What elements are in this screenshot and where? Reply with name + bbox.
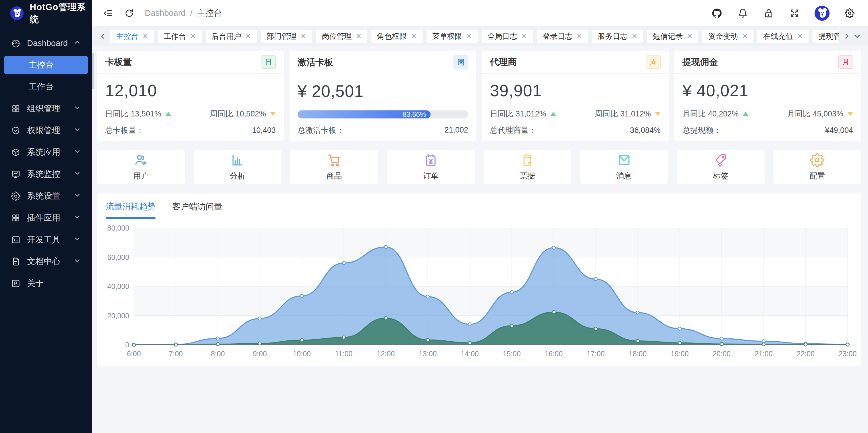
sidebar-item-console[interactable]: 主控台 (4, 56, 88, 74)
tab-console[interactable]: 主控台✕ (110, 30, 154, 43)
close-icon[interactable]: ✕ (190, 32, 196, 40)
sidebar-item-dev-tools[interactable]: 开发工具 (4, 231, 88, 249)
sidebar-item-organization[interactable]: 组织管理 (4, 99, 88, 118)
app-logo[interactable]: HotGo管理系统 (0, 0, 92, 26)
close-icon[interactable]: ✕ (143, 32, 148, 40)
sidebar-item-system-monitor[interactable]: 系统监控 (4, 165, 88, 183)
stat-value: 12,010 (105, 81, 276, 100)
tab-client-visits[interactable]: 客户端访问量 (172, 201, 222, 219)
sidebar-item-workbench[interactable]: 工作台 (4, 78, 88, 96)
close-icon[interactable]: ✕ (466, 32, 472, 40)
tab-withdrawals[interactable]: 提现管理✕ (812, 30, 839, 43)
tab-roles[interactable]: 角色权限✕ (371, 30, 423, 43)
sidebar-item-system-settings[interactable]: 系统设置 (4, 187, 88, 205)
app-config[interactable]: 配置 (774, 150, 861, 184)
sidebar-item-docs[interactable]: 文档中心 (4, 253, 88, 271)
settings-gear-icon[interactable] (844, 7, 855, 19)
breadcrumb-root[interactable]: Dashboard (145, 8, 186, 18)
svg-text:7:00: 7:00 (169, 350, 183, 358)
trend-right: 周同比31,012% (595, 109, 661, 119)
tab-online-recharge[interactable]: 在线充值✕ (757, 30, 809, 43)
app-analytics[interactable]: 分析 (194, 150, 281, 184)
tabs-scroller: 主控台✕ 工作台✕ 后台用户✕ 部门管理✕ 岗位管理✕ 角色权限✕ 菜单权限✕ … (110, 30, 839, 43)
tab-menu-permissions[interactable]: 菜单权限✕ (427, 30, 478, 43)
fullscreen-icon[interactable] (789, 7, 800, 19)
tabs-scroll-left-icon[interactable] (98, 32, 108, 40)
page-tabs-bar: 主控台✕ 工作台✕ 后台用户✕ 部门管理✕ 岗位管理✕ 角色权限✕ 菜单权限✕ … (92, 26, 868, 46)
breadcrumb-current[interactable]: 主控台 (197, 7, 222, 19)
lock-icon[interactable] (763, 7, 774, 19)
close-icon[interactable]: ✕ (631, 32, 638, 40)
traffic-chart-card: 流量消耗趋势 客户端访问量 020,00040,00060,00080,0006… (97, 194, 861, 366)
app-orders[interactable]: 订单 (387, 150, 474, 184)
refresh-icon[interactable] (124, 7, 135, 19)
tab-admin-users[interactable]: 后台用户✕ (206, 30, 257, 43)
github-icon[interactable] (711, 7, 723, 19)
chevron-down-icon (73, 192, 81, 201)
svg-text:20,000: 20,000 (107, 312, 129, 320)
sidebar-item-about[interactable]: 关于 (4, 274, 88, 293)
quick-apps-row: 用户 分析 商品 订单 票据 (97, 150, 861, 184)
close-icon[interactable]: ✕ (687, 32, 692, 40)
app-products[interactable]: 商品 (290, 150, 378, 184)
svg-text:14:00: 14:00 (461, 350, 479, 358)
card-title: 代理商 (490, 56, 517, 68)
svg-text:13:00: 13:00 (419, 350, 437, 358)
tabs-dropdown-icon[interactable] (852, 32, 862, 40)
svg-text:19:00: 19:00 (671, 350, 689, 358)
tab-fund-changes[interactable]: 资金变动✕ (702, 30, 753, 43)
sidebar-item-plugins[interactable]: 插件应用 (4, 209, 88, 227)
notifications-bell-icon[interactable] (737, 7, 748, 19)
tabs-scroll-right-icon[interactable] (842, 32, 852, 40)
svg-text:17:00: 17:00 (587, 350, 605, 358)
close-icon[interactable]: ✕ (355, 32, 361, 40)
mail-icon (617, 153, 631, 167)
content-area: 卡板量 日 12,010 日同比13,501% 周同比10,502% 总卡板量：… (92, 46, 868, 433)
close-icon[interactable]: ✕ (411, 32, 417, 40)
progress-fill: 83.66% (298, 110, 431, 118)
tab-positions[interactable]: 岗位管理✕ (316, 30, 367, 43)
users-add-icon (134, 153, 148, 167)
stat-value: ¥ 40,021 (682, 81, 853, 100)
close-icon[interactable]: ✕ (577, 32, 582, 40)
chevron-down-icon (73, 126, 81, 136)
close-icon[interactable]: ✕ (521, 32, 527, 40)
grid-icon (11, 213, 21, 223)
close-icon[interactable]: ✕ (797, 32, 803, 40)
tab-login-logs[interactable]: 登录日志✕ (537, 30, 588, 43)
chevron-down-icon (73, 104, 81, 114)
breadcrumb: Dashboard / 主控台 (145, 7, 222, 19)
close-icon[interactable]: ✕ (245, 32, 251, 40)
sidebar-item-dashboard[interactable]: Dashboard (4, 34, 88, 52)
app-tags[interactable]: 标签 (677, 150, 764, 184)
menu-collapse-icon[interactable] (102, 7, 114, 19)
document-icon (11, 257, 21, 266)
gear-icon (810, 153, 824, 167)
app-users[interactable]: 用户 (97, 150, 185, 184)
tab-traffic-trend[interactable]: 流量消耗趋势 (106, 201, 156, 219)
chevron-down-icon (73, 213, 81, 223)
shopping-cart-icon (327, 153, 341, 167)
sidebar-item-permissions[interactable]: 权限管理 (4, 121, 88, 140)
close-icon[interactable]: ✕ (742, 32, 748, 40)
stat-card-withdraw-commission: 提现佣金 月 ¥ 40,021 月同比40,202% 月同比45,003% 总提… (674, 51, 861, 141)
footer-value: 36,084% (630, 126, 661, 135)
stat-card-activated-pallets: 激活卡板 周 ¥ 20,501 83.66% 总激活卡板： 21,002 (289, 51, 476, 141)
sidebar-item-system-apps[interactable]: 系统应用 (4, 143, 88, 162)
tab-departments[interactable]: 部门管理✕ (261, 30, 312, 43)
footer-label: 总卡板量： (105, 125, 144, 136)
vertical-scrollbar[interactable] (92, 53, 94, 89)
svg-text:16:00: 16:00 (545, 350, 563, 358)
user-avatar[interactable] (814, 6, 830, 21)
tab-global-logs[interactable]: 全局日志✕ (482, 30, 533, 43)
shield-check-icon (11, 126, 21, 136)
app-invoices[interactable]: 票据 (484, 150, 571, 184)
app-messages[interactable]: 消息 (580, 150, 668, 184)
traffic-area-chart: 020,00040,00060,00080,0006:007:008:009:0… (97, 219, 861, 364)
tab-sms-records[interactable]: 短信记录✕ (647, 30, 698, 43)
tab-service-logs[interactable]: 服务日志✕ (592, 30, 643, 43)
trend-down-icon (270, 112, 276, 116)
trend-up-icon (550, 112, 556, 116)
close-icon[interactable]: ✕ (301, 32, 306, 40)
tab-workbench[interactable]: 工作台✕ (158, 30, 202, 43)
